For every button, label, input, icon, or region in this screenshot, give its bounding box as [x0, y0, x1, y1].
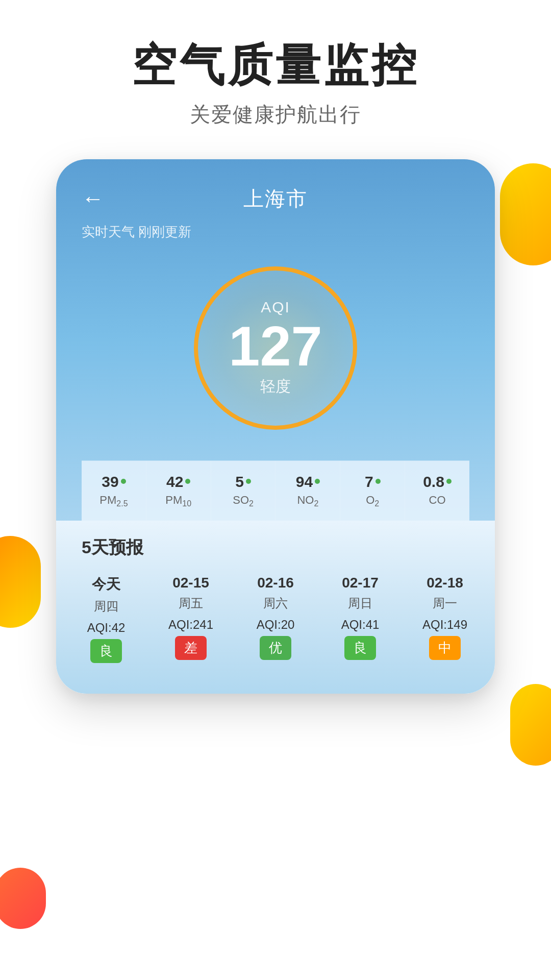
metric-so2-name: SO2	[233, 494, 254, 508]
metric-co: 0.8 CO	[405, 461, 469, 521]
forecast-item-1: 02-15 周五 AQI:241 差	[151, 575, 231, 663]
metric-pm25: 39 PM2.5	[82, 461, 146, 521]
forecast-aqi-0: AQI:42	[87, 621, 126, 635]
deco-red-bottom-left	[0, 868, 46, 929]
metric-so2: 5 SO2	[211, 461, 276, 521]
metric-so2-dot	[246, 479, 251, 484]
metric-pm10-value: 42	[166, 473, 183, 491]
sub-title: 关爱健康护航出行	[0, 101, 551, 129]
metric-no2-dot	[315, 479, 320, 484]
metric-co-dot	[446, 479, 452, 484]
phone-mockup: ← 上海市 实时天气 刚刚更新 AQI 127 轻度 39	[56, 159, 495, 694]
forecast-header: 5天预报	[56, 521, 495, 570]
metric-no2: 94 NO2	[276, 461, 340, 521]
main-title: 空气质量监控	[0, 41, 551, 90]
metric-o2: 7 O2	[340, 461, 405, 521]
forecast-badge-1: 差	[175, 636, 207, 660]
forecast-day-main-3: 02-17	[342, 575, 379, 591]
metric-o2-value: 7	[365, 473, 373, 491]
aqi-circle-container: AQI 127 轻度	[82, 266, 469, 430]
sky-header: ← 上海市 实时天气 刚刚更新 AQI 127 轻度 39	[56, 159, 495, 521]
forecast-day-sub-3: 周日	[348, 595, 372, 611]
metric-pm25-dot	[121, 479, 126, 484]
forecast-item-2: 02-16 周六 AQI:20 优	[236, 575, 315, 663]
metric-no2-value: 94	[296, 473, 313, 491]
metric-pm25-name: PM2.5	[99, 494, 128, 508]
metric-pm10: 42 PM10	[146, 461, 211, 521]
metric-no2-name: NO2	[297, 494, 318, 508]
metric-pm25-value: 39	[102, 473, 118, 491]
forecast-aqi-1: AQI:241	[168, 618, 213, 632]
forecast-day-sub-0: 周四	[94, 598, 118, 615]
header-section: 空气质量监控 关爱健康护航出行	[0, 0, 551, 159]
metric-pm10-name: PM10	[165, 494, 191, 508]
metric-co-value: 0.8	[423, 473, 444, 491]
deco-yellow-bottom-right	[510, 684, 551, 766]
forecast-day-main-1: 02-15	[172, 575, 209, 591]
metric-pm10-dot	[185, 479, 190, 484]
weather-subtitle: 实时天气 刚刚更新	[82, 223, 469, 241]
forecast-grid: 今天 周四 AQI:42 良 02-15 周五 AQI:241 差 02-16 …	[56, 570, 495, 694]
metric-o2-name: O2	[366, 494, 379, 508]
forecast-item-0: 今天 周四 AQI:42 良	[66, 575, 146, 663]
metric-o2-dot	[375, 479, 381, 484]
aqi-circle: AQI 127 轻度	[194, 266, 357, 430]
app-screen: ← 上海市 实时天气 刚刚更新 AQI 127 轻度 39	[56, 159, 495, 694]
aqi-value: 127	[229, 318, 322, 374]
forecast-aqi-2: AQI:20	[257, 618, 295, 632]
metric-so2-value: 5	[235, 473, 244, 491]
aqi-level: 轻度	[260, 376, 291, 397]
forecast-badge-4: 中	[429, 636, 461, 660]
forecast-day-sub-2: 周六	[263, 595, 288, 611]
forecast-section: 5天预报 今天 周四 AQI:42 良 02-15 周五 AQI:241 差	[56, 521, 495, 694]
forecast-item-4: 02-18 周一 AQI:149 中	[405, 575, 485, 663]
forecast-aqi-4: AQI:149	[422, 618, 467, 632]
forecast-aqi-3: AQI:41	[341, 618, 380, 632]
metrics-row: 39 PM2.5 42 PM10 5	[82, 460, 469, 521]
aqi-label: AQI	[261, 299, 290, 316]
forecast-day-main-4: 02-18	[427, 575, 463, 591]
back-button[interactable]: ←	[82, 186, 104, 211]
forecast-badge-3: 良	[344, 636, 376, 660]
forecast-badge-0: 良	[90, 639, 122, 663]
forecast-day-sub-1: 周五	[179, 595, 203, 611]
phone-mockup-wrapper: ← 上海市 实时天气 刚刚更新 AQI 127 轻度 39	[0, 159, 551, 694]
forecast-day-main-0: 今天	[92, 575, 120, 594]
city-title: 上海市	[243, 185, 308, 213]
forecast-day-main-2: 02-16	[257, 575, 294, 591]
forecast-badge-2: 优	[260, 636, 291, 660]
metric-co-name: CO	[429, 494, 446, 507]
nav-bar: ← 上海市	[82, 185, 469, 213]
forecast-item-3: 02-17 周日 AQI:41 良	[320, 575, 400, 663]
forecast-day-sub-4: 周一	[433, 595, 457, 611]
